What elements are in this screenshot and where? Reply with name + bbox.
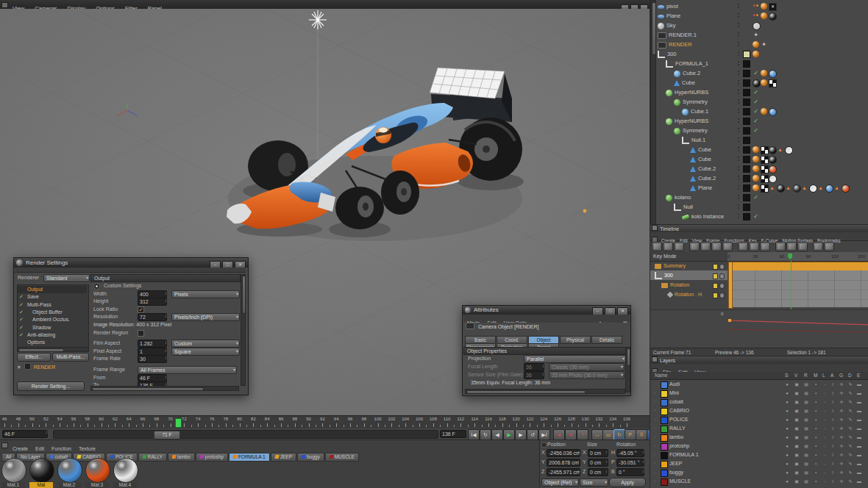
fcurve-mini-graph[interactable]: 0 bbox=[650, 309, 868, 348]
multipass-button[interactable]: Multi-Pass... bbox=[52, 353, 89, 362]
layer-cell-R[interactable]: ▤ bbox=[803, 380, 810, 389]
material-layer-tab-jeep[interactable]: JEEP bbox=[271, 453, 296, 462]
object-row-null-21[interactable]: Null bbox=[650, 202, 868, 212]
expand-caret[interactable]: · bbox=[654, 415, 655, 424]
enabled-check-icon[interactable]: ✓ bbox=[753, 213, 759, 220]
visibility-dots-icon[interactable] bbox=[738, 157, 740, 162]
layer-row-muscle[interactable]: ·MUSCLE●▣▤▪-I✛✎▬ bbox=[650, 477, 868, 486]
layer-cell-L[interactable]: - bbox=[821, 433, 828, 442]
timeline-tool-scale[interactable] bbox=[663, 242, 673, 251]
visibility-dots-icon[interactable] bbox=[738, 137, 740, 143]
layer-cell-D[interactable]: ✎ bbox=[847, 424, 854, 433]
layer-cell-S[interactable]: ● bbox=[783, 415, 791, 424]
material-tag-icon[interactable] bbox=[769, 146, 777, 154]
layer-cell-L[interactable]: - bbox=[821, 477, 828, 486]
layer-cell-E[interactable]: ▬ bbox=[855, 477, 863, 486]
layer-cell-R[interactable]: ▤ bbox=[803, 451, 810, 459]
visibility-dots-icon[interactable] bbox=[738, 13, 740, 19]
rs-tree-item-anti-aliasing[interactable]: ✓Anti-aliasing bbox=[18, 331, 87, 339]
keyframe-column[interactable] bbox=[728, 262, 733, 309]
layer-cell-M[interactable]: ▪ bbox=[812, 468, 819, 477]
powerslider-handle[interactable]: 71 F bbox=[154, 431, 180, 439]
layer-color-swatch[interactable] bbox=[661, 408, 668, 415]
layer-color-swatch[interactable] bbox=[661, 390, 668, 398]
expand-caret[interactable]: · bbox=[654, 380, 655, 389]
material-layer-tab-lambo[interactable]: lambo bbox=[168, 453, 195, 462]
visibility-dots-icon[interactable] bbox=[738, 109, 740, 115]
pixel-aspect-input[interactable]: 1 bbox=[138, 348, 167, 356]
timeline-track-rotation[interactable]: Rotation bbox=[650, 280, 728, 290]
layer-color-chip[interactable] bbox=[743, 137, 750, 144]
layer-color-chip[interactable] bbox=[743, 165, 750, 173]
material-layer-tab-buggy[interactable]: buggy bbox=[297, 453, 324, 462]
layer-cell-V[interactable]: ▣ bbox=[793, 398, 800, 406]
toggle-key-scale[interactable]: ▭ bbox=[602, 429, 614, 439]
layer-cell-A[interactable]: I bbox=[829, 406, 836, 415]
vertical-scrollbar[interactable] bbox=[241, 274, 246, 386]
layer-cell-M[interactable]: ▪ bbox=[812, 433, 819, 442]
layer-row-buggy[interactable]: ·buggy●▣▤▪-I✛✎▬ bbox=[650, 468, 868, 477]
layer-cell-R[interactable]: ▤ bbox=[803, 424, 810, 433]
material-tag-icon[interactable] bbox=[753, 22, 761, 30]
timeline-tool-curve-step[interactable] bbox=[797, 242, 808, 251]
material-layer-tab-formula-1[interactable]: FORMULA 1 bbox=[229, 453, 270, 462]
layer-cell-M[interactable]: ▪ bbox=[812, 424, 819, 433]
timeline-tool-key-add[interactable] bbox=[689, 242, 700, 251]
attributes-object-row[interactable]: Camera Object [RENDER] bbox=[463, 323, 630, 331]
object-row-hypernurbs-9[interactable]: HyperNURBS✓ bbox=[650, 87, 868, 97]
object-row-symmetry-13[interactable]: Symmetry✓ bbox=[650, 126, 868, 135]
layer-cell-S[interactable]: ● bbox=[783, 380, 791, 389]
layer-color-swatch[interactable] bbox=[661, 399, 668, 406]
layer-cell-R[interactable]: ▤ bbox=[803, 459, 810, 468]
layer-cell-R[interactable]: ▤ bbox=[803, 477, 810, 486]
layer-cell-R[interactable]: ▤ bbox=[803, 468, 810, 477]
object-row-pivot-0[interactable]: pivot✕ bbox=[650, 1, 868, 11]
toggle-key-rotation[interactable]: ↻ bbox=[613, 429, 625, 439]
phong-tag-icon[interactable] bbox=[753, 146, 759, 153]
phong-tag-icon[interactable] bbox=[753, 175, 759, 182]
layer-cell-E[interactable]: ▬ bbox=[855, 451, 863, 459]
object-row-cube-1-11[interactable]: Cube.1✓ bbox=[650, 107, 868, 116]
position-x-input[interactable]: -2456.036 cm bbox=[547, 449, 580, 457]
phong-tag-icon[interactable] bbox=[761, 3, 767, 10]
material-swatch-mat-4[interactable]: Mat.4 bbox=[113, 458, 138, 487]
object-row-formula-1-6[interactable]: FORMULA_1 bbox=[650, 59, 868, 68]
rotation-h-input[interactable]: -45.05 ° bbox=[616, 449, 644, 457]
object-row-kolo-instance-22[interactable]: kolo Instance✓ bbox=[650, 212, 868, 221]
visibility-dots-icon[interactable] bbox=[738, 42, 740, 48]
toggle-key-position[interactable]: ↔ bbox=[591, 429, 603, 439]
layer-cell-L[interactable]: - bbox=[821, 380, 828, 389]
render-region-checkbox[interactable] bbox=[138, 330, 144, 337]
film-aspect-dropdown[interactable]: Custom bbox=[171, 340, 240, 348]
layer-cell-D[interactable]: ✎ bbox=[847, 477, 854, 486]
sensor-size-film-gate--dropdown[interactable]: 35 mm Photo (36.0 mm) bbox=[549, 371, 625, 379]
layer-cell-D[interactable]: ✎ bbox=[847, 451, 854, 459]
layer-cell-E[interactable]: ▬ bbox=[855, 459, 863, 468]
layer-color-chip[interactable] bbox=[743, 175, 750, 182]
layer-color-chip[interactable] bbox=[743, 194, 750, 201]
layer-cell-A[interactable]: I bbox=[829, 389, 836, 398]
toggle-key-pla[interactable]: ⠿ bbox=[636, 429, 647, 439]
layer-row-mini[interactable]: ·Mini●▣▤▪-I✛✎▬ bbox=[650, 389, 868, 398]
material-tag-icon[interactable] bbox=[769, 70, 777, 78]
layer-cell-G[interactable]: ✛ bbox=[838, 433, 845, 442]
visibility-dots-icon[interactable] bbox=[738, 80, 740, 86]
pixel-aspect-dropdown[interactable]: Square bbox=[171, 348, 240, 356]
layer-color-chip[interactable] bbox=[743, 98, 750, 106]
material-tag-icon[interactable] bbox=[769, 108, 777, 116]
material-layer-tab-rally[interactable]: RALLY bbox=[138, 453, 167, 462]
coords-mode-dropdown[interactable]: Object (Rel) bbox=[541, 478, 579, 487]
material-tag-icon[interactable] bbox=[842, 184, 850, 193]
tree-scrollbar[interactable] bbox=[17, 347, 89, 352]
object-row-symmetry-10[interactable]: Symmetry✓ bbox=[650, 97, 868, 107]
layer-cell-S[interactable]: ● bbox=[783, 468, 791, 477]
width-input[interactable]: 400 bbox=[138, 290, 167, 298]
material-tag-icon[interactable] bbox=[769, 156, 777, 164]
resolution-input[interactable]: 72 bbox=[138, 313, 167, 321]
layer-cell-A[interactable]: I bbox=[829, 424, 836, 433]
layer-cell-V[interactable]: ▣ bbox=[793, 477, 800, 486]
layer-cell-E[interactable]: ▬ bbox=[855, 406, 863, 415]
layer-color-chip[interactable] bbox=[743, 51, 750, 58]
rs-tree-item-object-buffer[interactable]: ✓Object Buffer bbox=[18, 309, 87, 316]
layer-cell-M[interactable]: ▪ bbox=[812, 442, 819, 451]
